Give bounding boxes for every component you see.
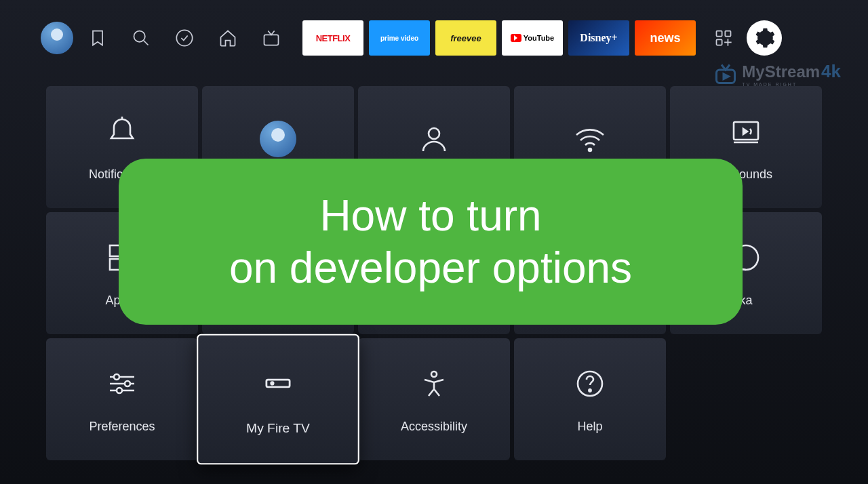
- tile-label: Preferences: [89, 420, 155, 434]
- settings-gear-button[interactable]: [747, 20, 782, 56]
- svg-rect-30: [267, 380, 290, 387]
- svg-point-29: [117, 388, 122, 393]
- apps-grid-icon[interactable]: [714, 28, 733, 47]
- profile-avatar[interactable]: [41, 22, 73, 54]
- svg-point-0: [134, 31, 145, 42]
- person-icon: [415, 120, 453, 158]
- tile-label: My Fire TV: [246, 421, 310, 436]
- tile-help[interactable]: Help: [514, 338, 666, 460]
- nav-icons-group: [88, 28, 281, 47]
- tv-play-icon: [713, 62, 738, 86]
- banner-text: How to turn on developer options: [229, 190, 632, 294]
- checkmark-circle-icon[interactable]: [175, 28, 194, 47]
- svg-point-32: [431, 371, 437, 377]
- help-icon: [571, 365, 609, 403]
- svg-point-34: [589, 389, 591, 391]
- bell-icon: [103, 113, 141, 150]
- tile-preferences[interactable]: Preferences: [46, 338, 198, 460]
- tile-label: Accessibility: [401, 420, 467, 434]
- watermark-logo: MyStream4k TV MADE RIGHT: [713, 61, 841, 87]
- top-right-controls: [714, 20, 782, 56]
- app-news[interactable]: news: [635, 20, 696, 56]
- watermark-tagline: TV MADE RIGHT: [742, 82, 841, 87]
- watermark-name: MyStream: [742, 62, 820, 81]
- tile-my-fire-tv[interactable]: My Fire TV: [197, 334, 359, 465]
- svg-rect-6: [717, 39, 722, 45]
- live-tv-icon[interactable]: [262, 28, 281, 47]
- instruction-banner: How to turn on developer options: [119, 159, 743, 325]
- sliders-icon: [103, 365, 141, 403]
- svg-point-2: [176, 30, 192, 45]
- monitor-sound-icon: [727, 113, 765, 150]
- search-icon[interactable]: [132, 28, 151, 47]
- accessibility-icon: [415, 365, 453, 403]
- svg-point-31: [271, 382, 273, 384]
- svg-rect-3: [264, 35, 279, 45]
- app-disney-plus[interactable]: Disney+: [568, 20, 629, 56]
- device-icon: [258, 362, 298, 403]
- app-launcher-row: NETFLIX prime video freevee YouTube Disn…: [302, 20, 696, 56]
- svg-line-1: [144, 41, 149, 45]
- bookmark-icon[interactable]: [88, 28, 107, 47]
- app-youtube[interactable]: YouTube: [502, 20, 563, 56]
- svg-point-28: [125, 381, 130, 386]
- app-freevee[interactable]: freevee: [435, 20, 496, 56]
- banner-line-1: How to turn: [319, 191, 541, 240]
- wifi-icon: [571, 120, 609, 158]
- app-netflix[interactable]: NETFLIX: [302, 20, 363, 56]
- watermark-suffix: 4k: [821, 61, 841, 81]
- svg-point-27: [114, 374, 119, 380]
- svg-rect-4: [717, 31, 722, 37]
- tile-label: Help: [577, 420, 602, 434]
- svg-point-12: [589, 148, 591, 151]
- profile-avatar-icon: [259, 120, 297, 158]
- app-prime-video[interactable]: prime video: [369, 20, 430, 56]
- tile-accessibility[interactable]: Accessibility: [358, 338, 510, 460]
- svg-point-11: [429, 128, 439, 139]
- top-navigation: NETFLIX prime video freevee YouTube Disn…: [0, 0, 868, 69]
- home-icon[interactable]: [218, 28, 237, 47]
- banner-line-2: on developer options: [229, 243, 632, 292]
- svg-rect-5: [725, 31, 730, 37]
- youtube-label: YouTube: [524, 34, 554, 42]
